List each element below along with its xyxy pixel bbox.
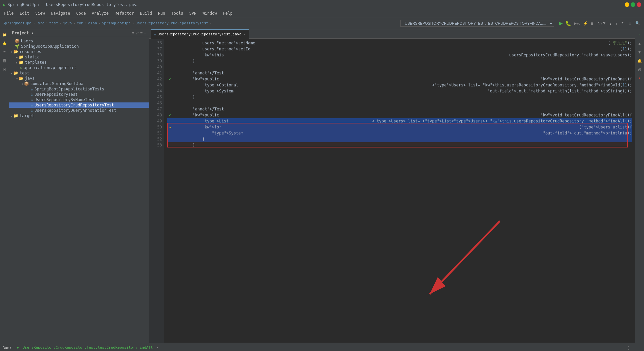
code-line-50: → "kw">for("type">Users u:list){ [167,124,632,130]
panel-more-options[interactable]: ⋮ [625,345,632,351]
run-config-dropdown[interactable]: USERSREPOSITORYCRUDREPOSITORYTEST.TESTCR… [400,20,554,27]
tree-item-target[interactable]: ▸📁target [9,113,149,118]
close-button[interactable] [637,2,641,7]
code-line-43: "type">Optional<"type">Users> list= "kw"… [167,82,632,88]
menu-window[interactable]: Window [200,10,219,16]
tree-item-java[interactable]: ▾📂java [9,76,149,81]
code-text-47: "annot">@Test [173,106,632,112]
bc-springbootjpa[interactable]: SpringBootJpa [102,21,131,25]
structure-sidebar-icon[interactable]: ≡ [1,48,9,56]
tree-item-users-repo-crud[interactable]: ☕UsersRepositoryCrudRepositoryTest [9,102,149,108]
code-line-39: } [167,58,632,64]
minimize-button[interactable] [625,2,629,7]
tree-item-templates[interactable]: ▸📁templates [9,60,149,65]
menu-navigate[interactable]: Navigate [48,10,73,16]
run-button[interactable]: ▶ [558,19,563,27]
code-line-41: "annot">@Test [167,70,632,76]
favorites-sidebar-icon[interactable]: ⭐ [1,39,9,47]
code-text-44: "type">System [173,88,487,94]
tree-item-users[interactable]: 📦Users [9,38,149,44]
tree-item-users-repo-by-name[interactable]: ☕UsersRepositoryByNameTest [9,97,149,102]
right-close-icon[interactable]: ✗ [636,74,644,82]
right-scroll-up-icon[interactable]: ▲ [636,39,644,47]
run-tab-active[interactable]: ▶ UsersRepositoryCrudRepositoryTest.test… [14,344,161,351]
stop-button[interactable]: ■ [590,20,594,27]
search-everywhere-btn[interactable]: 🔍 [634,20,641,26]
menu-edit[interactable]: Edit [17,10,32,16]
tree-item-app-props[interactable]: ⚙application.properties [9,65,149,70]
line-number-39: 39 [149,58,162,64]
line-number-51: 51 [149,130,162,136]
right-check-icon[interactable]: ✓ [636,31,644,39]
run-tab-close[interactable]: ✕ [156,345,159,350]
tab-close-button[interactable]: ✕ [243,32,246,36]
menu-analyze[interactable]: Analyze [89,10,111,16]
tree-item-test[interactable]: ▾📂test [9,70,149,76]
profile-button[interactable]: ⚡ [582,20,589,26]
line-number-50: 50 [149,124,162,130]
bottom-panel-header: Run: ▶ UsersRepositoryCrudRepositoryTest… [0,343,644,351]
code-content[interactable]: users."method">setName("李九九"); users."me… [164,39,635,343]
editor-wrapper: 363738394041424344454647484950515253 use… [149,39,635,343]
menu-svn[interactable]: SVN [187,10,199,16]
active-tab-label: UsersRepositoryCrudRepositoryTest.java [158,32,242,36]
menu-code[interactable]: Code [74,10,89,16]
database-sidebar-icon[interactable]: 🗄 [1,57,9,65]
tree-item-resources[interactable]: ▾📂resources [9,49,149,54]
panel-minimize[interactable]: — [635,345,641,351]
titlebar-title: SpringBootJpa – UsersRepositoryCrudRepos… [7,2,137,7]
menu-refactor[interactable]: Refactor [112,10,137,16]
tree-item-users-repo-query[interactable]: ☕UsersRepositoryQueryAnnotationTest [9,108,149,113]
right-notifications-icon[interactable]: 🔔 [636,57,644,65]
tree-item-com-alan[interactable]: ▾📦com.alan.SpringBootJpa [9,81,149,86]
bc-class[interactable]: UsersRepositoryCrudRepositoryTest [135,21,208,25]
panel-expand-icon[interactable]: ⤢ [136,31,139,35]
code-line-44: "type">System"out-field">.out."method">p… [167,88,632,94]
line-number-37: 37 [149,46,162,52]
line-number-46: 46 [149,100,162,106]
line-number-45: 45 [149,94,162,100]
menu-help[interactable]: Help [220,10,235,16]
gutter-check-icon: ✓ [169,112,171,118]
tree-item-user-repo-test[interactable]: ☕UserRepositoryTest [9,92,149,97]
tree-item-static[interactable]: ▸📁static [9,54,149,60]
maximize-button[interactable] [631,2,635,7]
bc-com[interactable]: com [77,21,83,25]
bc-src[interactable]: src [38,21,44,25]
debug-button[interactable]: 🐛 [565,20,572,27]
bc-java[interactable]: java [63,21,72,25]
bc-alan[interactable]: alan [88,21,97,25]
tree-item-springboot-tests[interactable]: ☕SpringBootJpaApplicationTests [9,86,149,92]
bc-test[interactable]: test [49,21,58,25]
project-name[interactable]: SpringBootJpa [3,21,31,25]
menu-view[interactable]: View [33,10,48,16]
svn-commit-btn[interactable]: ↑ [614,21,619,26]
right-sidebar: ✓ ▲ ▼ 🔔 🖨 ✗ [635,29,644,343]
svn-history-btn[interactable]: ⟲ [620,20,626,26]
panel-close-icon[interactable]: — [144,31,146,35]
right-scroll-down-icon[interactable]: ▼ [636,48,644,56]
code-text-52: } [173,136,632,142]
menu-run[interactable]: Run [155,10,168,16]
code-container[interactable]: 363738394041424344454647484950515253 use… [149,39,635,343]
bottom-panel: Run: ▶ UsersRepositoryCrudRepositoryTest… [0,343,644,351]
app-logo-icon: ▶ [3,2,5,7]
menu-file[interactable]: File [1,10,16,16]
panel-gear-icon[interactable]: ≡ [140,31,143,35]
coverage-button[interactable]: ▶% [573,20,581,26]
code-text-49: "type">List [173,118,372,124]
titlebar-left: ▶ SpringBootJpa – UsersRepositoryCrudRep… [3,2,138,7]
tree-item-springboot-app[interactable]: 🌱SpringBootJpaApplication [9,44,149,49]
project-sidebar-icon[interactable]: 📁 [1,31,9,39]
grid-btn[interactable]: ⊞ [627,20,633,26]
panel-settings-icon[interactable]: ⚙ [132,31,134,35]
menu-build[interactable]: Build [137,10,155,16]
svn-update-btn[interactable]: ↓ [608,21,613,26]
code-line-47: "annot">@Test [167,106,632,112]
editor-tab-active[interactable]: ☕ UsersRepositoryCrudRepositoryTest.java… [151,29,249,39]
maven-sidebar-icon[interactable]: M [1,65,9,73]
svn-label: SVN: [598,21,607,25]
right-print-icon[interactable]: 🖨 [636,65,644,73]
code-line-53: } [167,142,632,148]
menu-tools[interactable]: Tools [169,10,186,16]
